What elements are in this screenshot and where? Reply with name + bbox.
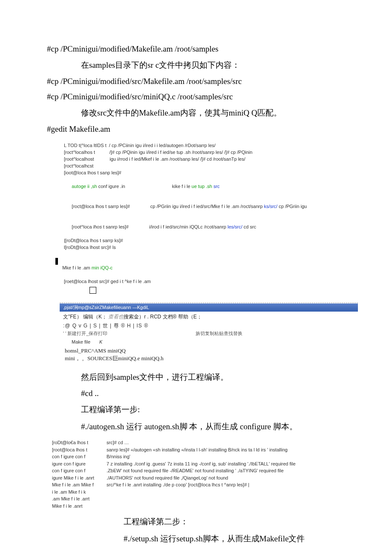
term-text: cp /PGriin igu xyxy=(277,204,307,209)
term-text-green: ue tup .sh xyxy=(192,184,213,189)
term-line: L TOD t(^loca ltIDS t / cp /PCiinin igu … xyxy=(64,142,358,149)
tab-label: Make file xyxy=(72,339,90,344)
editor-divider xyxy=(60,303,358,303)
term-text-blue: les/src/ xyxy=(228,224,242,229)
term2-line: B/nniss ing' xyxy=(107,453,296,460)
term-text: conf igure .in xyxy=(97,184,125,189)
term-text-green: autoge ii ,sh xyxy=(72,184,97,189)
menu-text-gray: 查看也 xyxy=(108,314,124,320)
term-text-blue: src xyxy=(213,184,220,189)
para-modify-makefile: 修改src文件中的Makefile.am内容，使其与miniQ Q匹配。 xyxy=(81,107,358,119)
para-samples-copy: 在samples目录下的sr c文件中拷贝如下内容： xyxy=(81,60,358,71)
para-back-compile: 然后回到samples文件中，进行工程编译。 xyxy=(81,372,358,383)
editor-line: homsl_PRC^AMS miniQQ xyxy=(65,347,355,355)
editor-toolbar: :@ Q v G | S | 世 | 尊 ® H | IS ® xyxy=(60,321,358,330)
editor-window: ,pjat/涧mp@sZsirZMakefilieuann —KgdiL 文"F… xyxy=(60,303,358,366)
terminal-block-2: [roDt@lo€a lhos t [root@loca lhos t con … xyxy=(51,438,297,510)
term-text: t sanrp les]# xyxy=(102,224,129,229)
menu-text: 文"FE） 编辑（K； xyxy=(63,314,108,320)
editor-tab: Make file K xyxy=(60,338,358,346)
term-line: [root^loca lhos t sanrp les]#i/irod i f … xyxy=(64,217,358,237)
term-text: cd src xyxy=(242,224,256,229)
term2-line: src/^ke f i le .anrt installing ./de p c… xyxy=(107,481,296,489)
term2-left-column: [roDt@lo€a lhos t [root@loca lhos t con … xyxy=(52,439,106,509)
term-text: Mke f i le .am xyxy=(62,265,91,270)
toolbar-label-right: 旃切复制粘贴查找替换 xyxy=(196,331,242,336)
tab-shortcut: K xyxy=(99,339,102,344)
term-line: [roct@loca lhos t sarrp les]#cp /PGriin … xyxy=(64,197,358,217)
term-text-blue: ks/src/ xyxy=(264,204,277,209)
para-step1: 工程编译第一步: xyxy=(81,404,358,415)
term2-left-text: [roDt@lo€a lhos t [root@loca lhos t con … xyxy=(52,440,94,509)
term-text-green: min iQQ-c xyxy=(92,265,113,270)
term-text: kike f i le xyxy=(172,184,192,189)
cmd-cp-3: #cp /PCminigui/modified/src/miniQQ.c /ro… xyxy=(47,92,358,101)
term2-right-column: src]# cd … sanrp les]# «/autogen «sh ins… xyxy=(107,439,296,509)
cmd-cd-up: #cd .. xyxy=(81,389,358,398)
editor-line: mini， 。SOURCES巨miniQQ.e miniQQ.h xyxy=(65,355,355,362)
term2-line: 7 z installing ./conf ig .guess' 7z inst… xyxy=(107,460,296,468)
term-line: [roct^localhos t /]# cp /PQinin igu i/ir… xyxy=(64,149,358,156)
term-text: [root^loca xyxy=(72,224,93,229)
editor-toolbar-labels: ' ' 新建打开_保存打印 旃切复制粘贴查找替换 xyxy=(60,330,358,338)
term-line: |[roDt@loca lhos t sarrp ks]# xyxy=(64,237,358,244)
term-line: [roet@loca lhost src]# ged i t ^ke f i l… xyxy=(64,278,358,285)
term-line: [ioot@loca lhos t sanp les]# xyxy=(64,170,358,176)
term-line: [root^localhost igu i/rrod i f ied/Mkef … xyxy=(64,156,358,163)
cmd-cp-1: #cp /PCminigui/modified/Makefile.am /roo… xyxy=(47,44,358,54)
term2-line: sanrp les]# «/autogen «sh installing «/i… xyxy=(107,446,296,454)
para-step2: 工程编译第二步： xyxy=(124,516,358,527)
editor-body: homsl_PRC^AMS miniQQ mini， 。SOURCES巨mini… xyxy=(60,346,358,366)
term-text: lhos xyxy=(93,224,102,229)
cmd-gedit: #gedit Makefile.am xyxy=(47,124,358,134)
term2-line: src]# cd … xyxy=(107,439,296,446)
term-text: [roct@loca lhos t sarrp les]# xyxy=(72,204,130,209)
terminal-block-1: L TOD t(^loca ltIDS t / cp /PCiinin igu … xyxy=(47,140,358,298)
term-line: [roct^localhcst xyxy=(64,163,358,170)
term-line: Mke f i le .am min iQQ-c xyxy=(52,251,358,278)
term-text: i/irod i f ied/src/min iQQLc /rcot/sanrp xyxy=(149,224,228,229)
cmd-setup: #./setup.sh 运行setup.sh脚本，从而生成Makefile文件 xyxy=(124,533,358,544)
term2-line: ./AUTHORS' not found required file ,/Qia… xyxy=(107,474,296,482)
toolbar-label-left: ' ' 新建打开_保存打印 xyxy=(63,331,107,336)
term-line: l[roDt@loca lhost src]# ls xyxy=(64,244,358,251)
editor-titlebar: ,pjat/涧mp@sZsirZMakefilieuann —KgdiL xyxy=(60,304,358,312)
editor-menubar: 文"FE） 编辑（K； 查看也搜索金）r . RCD 文档® 帮助（E； xyxy=(60,312,358,321)
square-icon xyxy=(89,287,96,294)
cmd-autogen: #./autogen.sh 运行 autogen.sh脚 本，从而生成 conf… xyxy=(81,421,358,432)
document-page: #cp /PCminigui/modified/Makefile.am /roo… xyxy=(0,0,392,555)
term-line: autoge ii ,sh conf igure .inkike f i le … xyxy=(64,176,358,197)
menu-text: 搜索金）r . RCD 文档® 帮助（E； xyxy=(124,314,202,320)
term-text: cp /PGriin igu i/ired i f ied/src/Mke f … xyxy=(150,204,264,209)
trailing-period: 。 xyxy=(34,550,358,555)
cmd-cp-2: #cp /PCminigui/modified/src/Makefile.am … xyxy=(47,77,358,86)
cursor-icon xyxy=(55,258,58,265)
term2-line: .ZbEW' not found required file -/README'… xyxy=(107,467,296,474)
